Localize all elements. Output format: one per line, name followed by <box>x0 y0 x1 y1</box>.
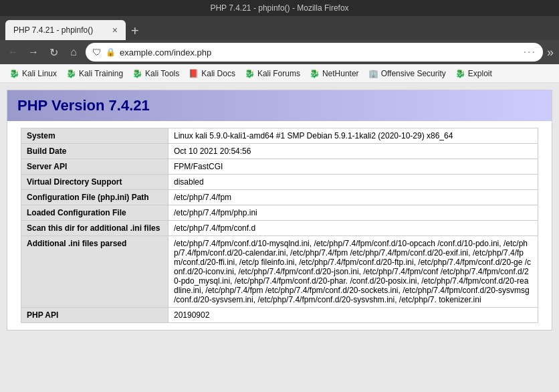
bookmarks-bar: 🐉Kali Linux🐉Kali Training🐉Kali Tools📕Kal… <box>0 64 559 83</box>
table-row: Server APIFPM/FastCGI <box>21 159 538 175</box>
url-text: example.com/index.php <box>120 47 520 58</box>
table-key: Server API <box>21 159 169 175</box>
table-key: Loaded Configuration File <box>21 205 169 221</box>
table-value: disabled <box>169 175 538 190</box>
table-value: /etc/php/7.4/fpm <box>169 190 538 205</box>
back-button[interactable]: ← <box>5 44 21 60</box>
bookmark-item-kali-tools[interactable]: 🐉Kali Tools <box>128 68 183 80</box>
address-menu-button[interactable]: ··· <box>524 46 536 58</box>
table-row: Configuration File (php.ini) Path/etc/ph… <box>21 190 538 205</box>
tab-close-button[interactable]: × <box>112 25 118 35</box>
table-value: /etc/php/7.4/fpm/conf.d <box>169 221 538 236</box>
bookmark-icon-kali-tools: 🐉 <box>132 69 142 78</box>
bookmark-label-kali-training: Kali Training <box>79 69 123 78</box>
bookmark-label-kali-forums: Kali Forums <box>257 69 300 78</box>
table-row: SystemLinux kali 5.9.0-kali1-amd64 #1 SM… <box>21 128 538 144</box>
bookmark-icon-offensive-security: 🏢 <box>368 69 378 78</box>
bookmark-label-exploit: Exploit <box>468 69 492 78</box>
table-key: Virtual Directory Support <box>21 175 169 190</box>
titlebar-text: PHP 7.4.21 - phpinfo() - Mozilla Firefox <box>210 3 348 13</box>
bookmark-icon-nethunter: 🐉 <box>310 69 320 78</box>
table-value: 20190902 <box>169 308 538 323</box>
bookmark-label-kali-docs: Kali Docs <box>201 69 235 78</box>
bookmark-icon-kali-training: 🐉 <box>66 69 76 78</box>
bookmark-item-kali-linux[interactable]: 🐉Kali Linux <box>5 68 61 80</box>
browser-titlebar: PHP 7.4.21 - phpinfo() - Mozilla Firefox <box>0 0 559 16</box>
bookmark-label-kali-linux: Kali Linux <box>22 69 57 78</box>
table-value: FPM/FastCGI <box>169 159 538 175</box>
table-key: System <box>21 128 169 144</box>
browser-tab[interactable]: PHP 7.4.21 - phpinfo() × <box>5 20 126 40</box>
table-row: Scan this dir for additional .ini files/… <box>21 221 538 236</box>
table-key: Scan this dir for additional .ini files <box>21 221 169 236</box>
phpinfo-table: SystemLinux kali 5.9.0-kali1-amd64 #1 SM… <box>21 128 538 323</box>
table-key: Configuration File (php.ini) Path <box>21 190 169 205</box>
favicon-icon: 🔒 <box>106 47 116 57</box>
table-row: PHP API20190902 <box>21 308 538 323</box>
bookmark-label-kali-tools: Kali Tools <box>145 69 179 78</box>
bookmark-icon-kali-linux: 🐉 <box>9 69 19 78</box>
bookmark-icon-exploit: 🐉 <box>455 69 465 78</box>
php-version-title: PHP Version 7.4.21 <box>17 97 542 114</box>
table-value: Oct 10 2021 20:54:56 <box>169 144 538 159</box>
browser-toolbar: ← → ↻ ⌂ 🛡 🔒 example.com/index.php ··· » <box>0 40 559 64</box>
bookmark-item-exploit[interactable]: 🐉Exploit <box>451 68 496 80</box>
bookmark-item-kali-docs[interactable]: 📕Kali Docs <box>185 68 239 80</box>
table-key: Additional .ini files parsed <box>21 236 169 308</box>
table-key: PHP API <box>21 308 169 323</box>
bookmark-item-kali-training[interactable]: 🐉Kali Training <box>62 68 127 80</box>
home-button[interactable]: ⌂ <box>66 44 82 60</box>
bookmark-item-kali-forums[interactable]: 🐉Kali Forums <box>241 68 304 80</box>
table-row: Loaded Configuration File/etc/php/7.4/fp… <box>21 205 538 221</box>
security-shield-icon: 🛡 <box>92 47 102 58</box>
browser-tabbar: PHP 7.4.21 - phpinfo() × + <box>0 16 559 40</box>
extend-button[interactable]: » <box>547 45 554 60</box>
address-bar[interactable]: 🛡 🔒 example.com/index.php ··· <box>86 43 543 62</box>
bookmark-icon-kali-forums: 🐉 <box>245 69 255 78</box>
table-key: Build Date <box>21 144 169 159</box>
phpinfo-container: PHP Version 7.4.21 SystemLinux kali 5.9.… <box>7 90 552 330</box>
table-row: Virtual Directory Supportdisabled <box>21 175 538 190</box>
tab-title: PHP 7.4.21 - phpinfo() <box>13 25 108 35</box>
bookmark-label-nethunter: NetHunter <box>322 69 359 78</box>
new-tab-button[interactable]: + <box>126 23 144 39</box>
table-value: Linux kali 5.9.0-kali1-amd64 #1 SMP Debi… <box>169 128 538 144</box>
bookmark-item-nethunter[interactable]: 🐉NetHunter <box>306 68 363 80</box>
table-row: Additional .ini files parsed/etc/php/7.4… <box>21 236 538 308</box>
reload-button[interactable]: ↻ <box>45 44 62 60</box>
bookmark-label-offensive-security: Offensive Security <box>381 69 446 78</box>
php-version-header: PHP Version 7.4.21 <box>7 90 552 121</box>
table-value: /etc/php/7.4/fpm/php.ini <box>169 205 538 221</box>
bookmark-icon-kali-docs: 📕 <box>189 69 199 78</box>
table-value: /etc/php/7.4/fpm/conf.d/10-mysqlnd.ini, … <box>169 236 538 308</box>
bookmark-item-offensive-security[interactable]: 🏢Offensive Security <box>364 68 450 80</box>
forward-button[interactable]: → <box>25 44 41 60</box>
table-row: Build DateOct 10 2021 20:54:56 <box>21 144 538 159</box>
page-content: PHP Version 7.4.21 SystemLinux kali 5.9.… <box>0 83 559 392</box>
